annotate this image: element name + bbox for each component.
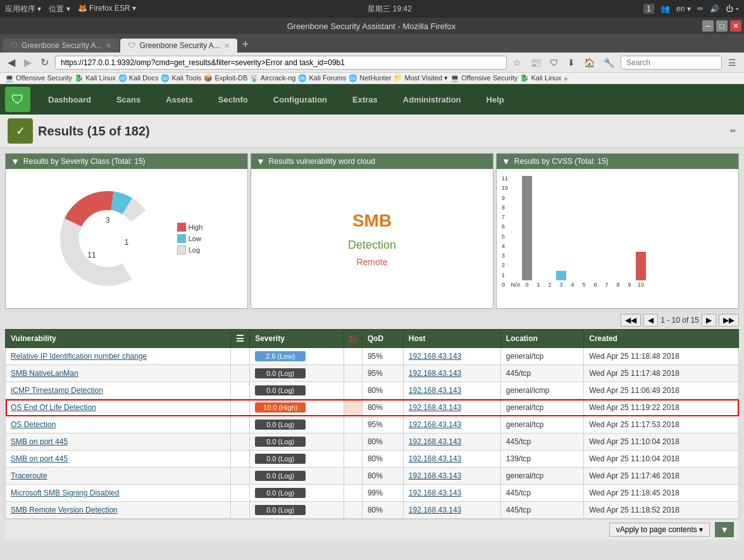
nav-help[interactable]: Help	[474, 87, 517, 112]
vuln-link[interactable]: SMB on port 445	[11, 454, 68, 463]
os-places-menu[interactable]: 位置 ▾	[49, 4, 70, 15]
cvss-toggle[interactable]: ▼	[502, 156, 511, 166]
prev-page-button[interactable]: ◀	[643, 314, 658, 327]
host-link[interactable]: 192.168.43.143	[409, 488, 461, 497]
donut-svg: 3 1 11	[51, 182, 164, 296]
edit-icon[interactable]: ✏	[730, 127, 736, 135]
table-row: Relative IP Identification number change…	[6, 348, 739, 365]
page-header: ✓ Results (15 of 182) ✏	[0, 115, 744, 148]
bookmark-offensive-security-2[interactable]: 💻 Offensive Security	[450, 74, 518, 82]
bookmark-aircrack[interactable]: 📡 Aircrack-ng	[250, 74, 295, 82]
location-cell: general/tcp	[500, 399, 583, 416]
location-cell: general/icmp	[500, 382, 583, 399]
minimize-button[interactable]: ─	[702, 20, 714, 32]
vuln-link[interactable]: Relative IP Identification number change	[11, 352, 147, 361]
bookmark-exploit-db[interactable]: 📦 Exploit-DB	[204, 74, 247, 82]
tab-2-close[interactable]: ✕	[224, 42, 230, 50]
nav-configuration[interactable]: Configuration	[261, 87, 340, 112]
cvss-title: Results by CVSS (Total: 15)	[514, 157, 609, 166]
legend-log-color	[177, 246, 186, 254]
reader-mode-icon[interactable]: 📰	[528, 56, 543, 69]
word-cloud-toggle[interactable]: ▼	[256, 156, 265, 166]
bookmark-kali-docs[interactable]: 🌐 Kali Docs	[118, 74, 159, 82]
host-link[interactable]: 192.168.43.143	[409, 403, 461, 412]
bar-2: 2	[545, 280, 555, 288]
host-link[interactable]: 192.168.43.143	[409, 352, 461, 361]
tab-2[interactable]: 🛡 Greenbone Security A... ✕	[120, 39, 237, 53]
window-controls: ─ □ ✕	[702, 20, 741, 32]
os-apps-menu[interactable]: 应用程序 ▾	[5, 4, 41, 15]
bookmark-more[interactable]: »	[564, 75, 567, 82]
nav-dashboard[interactable]: Dashboard	[35, 87, 104, 112]
host-link[interactable]: 192.168.43.143	[409, 506, 461, 514]
nav-extras[interactable]: Extras	[340, 87, 390, 112]
new-tab-button[interactable]: +	[239, 37, 253, 53]
nav-administration[interactable]: Administration	[390, 87, 474, 112]
last-page-button[interactable]: ▶▶	[719, 314, 739, 327]
os-power-menu[interactable]: ⏻ ▾	[726, 4, 739, 13]
download-icon[interactable]: ⬇	[565, 56, 578, 69]
home-icon[interactable]: 🏠	[581, 56, 597, 69]
back-button[interactable]: ◀	[5, 55, 18, 70]
vuln-link[interactable]: ICMP Timestamp Detection	[11, 386, 103, 395]
vuln-link[interactable]: SMB on port 445	[11, 437, 68, 446]
location-cell: general/tcp	[500, 468, 583, 485]
created-cell: Wed Apr 25 11:17:48 2018	[584, 365, 739, 382]
export-button[interactable]: ▼	[715, 522, 734, 537]
apply-to-page-button[interactable]: vApply to page contents ▾	[609, 523, 710, 537]
close-button[interactable]: ✕	[730, 20, 741, 32]
tab-1-close[interactable]: ✕	[106, 42, 111, 50]
reload-button[interactable]: ↻	[38, 55, 51, 70]
vuln-link[interactable]: Microsoft SMB Signing Disabled	[11, 488, 119, 497]
host-link[interactable]: 192.168.43.143	[409, 454, 461, 463]
bookmark-star-icon[interactable]: ☆	[511, 56, 524, 69]
col-qod: QoD	[362, 330, 403, 348]
host-link[interactable]: 192.168.43.143	[409, 420, 461, 429]
severity-class-chart: ▼ Results by Severity Class (Total: 15)	[5, 153, 248, 309]
vuln-link[interactable]: SMB NativeLanMan	[11, 369, 78, 378]
url-input[interactable]	[55, 56, 507, 70]
bookmark-kali-forums[interactable]: 🌐 Kali Forums	[298, 74, 346, 82]
forward-button[interactable]: ▶	[22, 55, 34, 70]
bar-3: 3	[556, 271, 566, 288]
severity-badge: 0.0 (Log)	[255, 368, 306, 378]
host-cell: 192.168.43.143	[403, 502, 500, 519]
content-area: ▼ Results by Severity Class (Total: 15)	[0, 148, 744, 545]
row-actions	[231, 348, 250, 365]
bookmark-nethunter[interactable]: 🌐 NetHunter	[349, 74, 391, 82]
nav-secinfo[interactable]: SecInfo	[206, 87, 261, 112]
search-input[interactable]	[621, 56, 722, 70]
table-row: SMB Remote Version Detection 0.0 (Log) 8…	[6, 502, 739, 519]
bookmark-kali-linux-2[interactable]: 🐉 Kali Linux	[520, 74, 561, 82]
nav-scans[interactable]: Scans	[104, 87, 153, 112]
severity-cell: 0.0 (Log)	[250, 433, 344, 451]
os-firefox-menu[interactable]: 🦊 Firefox ESR ▾	[78, 4, 136, 15]
maximize-button[interactable]: □	[716, 20, 728, 32]
shield-icon[interactable]: 🛡	[547, 56, 561, 69]
vuln-link[interactable]: OS End Of Life Detection	[11, 403, 96, 412]
host-link[interactable]: 192.168.43.143	[409, 386, 461, 395]
vuln-link[interactable]: Traceroute	[11, 471, 47, 480]
host-link[interactable]: 192.168.43.143	[409, 369, 461, 378]
severity-chart-toggle[interactable]: ▼	[11, 156, 20, 166]
severity-extra	[344, 399, 362, 416]
browser-title: Greenbone Security Assistant - Mozilla F…	[40, 22, 702, 31]
bookmark-most-visited[interactable]: 📁 Most Visited ▾	[394, 74, 448, 82]
next-page-button[interactable]: ▶	[702, 314, 716, 327]
menu-button[interactable]: ☰	[726, 56, 739, 69]
vuln-link[interactable]: OS Detection	[11, 420, 56, 429]
first-page-button[interactable]: ◀◀	[621, 314, 641, 327]
bookmark-offensive-security[interactable]: 💻 Offensive Security	[5, 74, 72, 82]
table-footer: vApply to page contents ▾ ▼	[5, 519, 739, 540]
host-link[interactable]: 192.168.43.143	[409, 437, 461, 446]
extension-icon[interactable]: 🔧	[601, 56, 617, 69]
bookmark-kali-linux[interactable]: 🐉 Kali Linux	[75, 74, 116, 82]
tab-1[interactable]: 🛡 Greenbone Security A... ✕	[3, 39, 119, 53]
location-cell: 139/tcp	[500, 451, 583, 468]
nav-assets[interactable]: Assets	[153, 87, 206, 112]
host-cell: 192.168.43.143	[403, 348, 500, 365]
os-language-menu[interactable]: en ▾	[676, 4, 691, 13]
host-link[interactable]: 192.168.43.143	[409, 471, 461, 480]
bookmark-kali-tools[interactable]: 🌐 Kali Tools	[161, 74, 201, 82]
vuln-link[interactable]: SMB Remote Version Detection	[11, 506, 118, 514]
